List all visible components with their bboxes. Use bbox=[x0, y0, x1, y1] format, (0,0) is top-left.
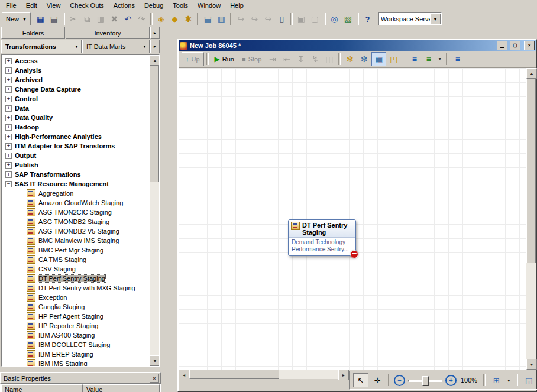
tree-expander-icon[interactable]: + bbox=[5, 58, 12, 64]
tree-item[interactable]: + Control bbox=[2, 94, 150, 103]
tree-item[interactable]: + SAP Transformations bbox=[2, 170, 150, 179]
tree-expander-icon[interactable]: + bbox=[5, 77, 12, 83]
undo-checkout-icon[interactable]: ✱ bbox=[182, 12, 195, 25]
tree-item[interactable]: IBM AS400 Staging bbox=[2, 331, 150, 340]
tree-item[interactable]: + Archived bbox=[2, 75, 150, 85]
horizontal-splitter[interactable] bbox=[0, 368, 161, 372]
tree-item[interactable]: Exception bbox=[2, 293, 150, 302]
run-button[interactable]: ▶ Run bbox=[211, 53, 238, 66]
tree-item[interactable]: Ganglia Staging bbox=[2, 302, 150, 312]
menu-window[interactable]: Window bbox=[193, 1, 225, 10]
search-icon[interactable]: ◎ bbox=[328, 12, 341, 25]
tree-item[interactable]: − SAS IT Resource Management bbox=[2, 179, 150, 189]
tree-item[interactable]: CA TMS Staging bbox=[2, 255, 150, 264]
tree-item[interactable]: + Access bbox=[2, 56, 150, 66]
minimize-button[interactable]: ▁ bbox=[497, 41, 507, 50]
tree-item[interactable]: BMC Perf Mgr Staging bbox=[2, 245, 150, 255]
scroll-up-button[interactable]: ▲ bbox=[526, 68, 537, 79]
tab-folders[interactable]: Folders bbox=[1, 27, 65, 39]
tree-expander-icon[interactable]: + bbox=[5, 153, 12, 159]
menu-edit[interactable]: Edit bbox=[21, 1, 42, 10]
tab-dropdown-icon[interactable]: ▾ bbox=[72, 40, 81, 53]
tree-item[interactable]: ASG TMON2CIC Staging bbox=[2, 208, 150, 217]
tab-inventory[interactable]: Inventory bbox=[66, 27, 150, 39]
view-options-dropdown[interactable]: ▾ bbox=[436, 53, 444, 66]
tree-item[interactable]: + Hadoop bbox=[2, 122, 150, 132]
job-window-titlebar[interactable]: New Job 86045 * ▁ ▢ × bbox=[179, 40, 536, 51]
tree-item[interactable]: + Analysis bbox=[2, 66, 150, 75]
print-icon[interactable]: ▤ bbox=[47, 12, 61, 25]
scrollbar-thumb[interactable] bbox=[526, 79, 536, 263]
menu-view[interactable]: View bbox=[42, 1, 66, 10]
reverse-impact-icon[interactable]: ▥ bbox=[215, 12, 228, 25]
paste-icon[interactable]: ▥ bbox=[94, 12, 108, 25]
job-properties-icon[interactable]: ✼ bbox=[357, 53, 371, 66]
new-dropdown-icon[interactable]: ▼ bbox=[22, 17, 27, 21]
tree-item[interactable]: HP Reporter Staging bbox=[2, 321, 150, 331]
overview-button[interactable]: ◱ bbox=[522, 374, 536, 387]
copy-icon[interactable]: ⧉ bbox=[80, 12, 94, 25]
tab-transformations[interactable]: Transformations ▾ bbox=[1, 40, 82, 53]
tree-expander-icon[interactable]: + bbox=[5, 171, 12, 178]
save-icon[interactable]: ▦ bbox=[34, 12, 47, 25]
tree-expander-icon[interactable]: + bbox=[5, 67, 12, 74]
tree-expander-icon[interactable]: + bbox=[5, 162, 12, 169]
copy-to-folder-icon[interactable]: ↪ bbox=[234, 12, 248, 25]
tree-item[interactable]: + Output bbox=[2, 151, 150, 160]
cut-icon[interactable]: ✂ bbox=[67, 12, 80, 25]
tree-vertical-scrollbar[interactable]: ▲ ▼ bbox=[150, 55, 159, 366]
tree-item[interactable]: IBM IMS Staging bbox=[2, 359, 150, 366]
tree-item[interactable]: BMC Mainview IMS Staging bbox=[2, 236, 150, 245]
cascade-windows-icon[interactable]: ▣ bbox=[295, 12, 308, 25]
scrollbar-track[interactable] bbox=[150, 182, 159, 355]
tree-item[interactable]: Aggregation bbox=[2, 189, 150, 198]
tree-item[interactable]: + Data Quality bbox=[2, 113, 150, 122]
tree-expander-icon[interactable]: + bbox=[5, 134, 12, 140]
job-node-dt-perf-sentry-staging[interactable]: DT Perf Sentry Staging Demand Technology… bbox=[288, 219, 356, 256]
menu-file[interactable]: File bbox=[1, 1, 21, 10]
tree-expander-icon[interactable]: + bbox=[5, 96, 12, 102]
tree-item[interactable]: + Change Data Capture bbox=[2, 85, 150, 94]
log-list-icon[interactable]: ≡ bbox=[451, 53, 464, 66]
pan-tool-button[interactable]: ✛ bbox=[370, 374, 384, 387]
canvas-vertical-scrollbar[interactable]: ▲ ▼ bbox=[526, 68, 536, 370]
zoom-slider-thumb[interactable] bbox=[422, 376, 429, 386]
server-combobox[interactable]: Workspace Server ▼ bbox=[378, 12, 442, 25]
scrollbar-track[interactable] bbox=[526, 263, 536, 359]
tree-expander-icon[interactable]: − bbox=[5, 181, 12, 187]
scroll-down-button[interactable]: ▼ bbox=[150, 355, 160, 366]
menu-actions[interactable]: Actions bbox=[109, 1, 140, 10]
report-icon[interactable]: ▧ bbox=[341, 12, 355, 25]
scrollbar-thumb[interactable] bbox=[189, 370, 279, 379]
step-icon[interactable]: ↧ bbox=[294, 53, 308, 66]
tree-item[interactable]: + Publish bbox=[2, 160, 150, 170]
menu-help[interactable]: Help bbox=[225, 1, 248, 10]
server-combobox-dropdown-icon[interactable]: ▼ bbox=[430, 14, 441, 24]
tree-item[interactable]: ASG TMONDB2 V5 Staging bbox=[2, 226, 150, 236]
tree-expander-icon[interactable]: + bbox=[5, 105, 12, 112]
scroll-down-button[interactable]: ▼ bbox=[526, 359, 537, 370]
tree-item-dt-perf-sentry-staging[interactable]: DT Perf Sentry Staging bbox=[2, 274, 150, 283]
scrollbar-thumb[interactable] bbox=[150, 66, 159, 182]
properties-column-header[interactable]: Name bbox=[1, 384, 83, 392]
report-view-icon[interactable]: ≡ bbox=[422, 53, 435, 66]
redo-icon[interactable]: ↷ bbox=[135, 12, 148, 25]
help-icon[interactable]: ? bbox=[361, 12, 374, 25]
delete-icon[interactable]: ✖ bbox=[108, 12, 121, 25]
tree-item[interactable]: + Data bbox=[2, 103, 150, 113]
tab-scroll-right-button[interactable]: ► bbox=[150, 27, 160, 39]
checkin-icon[interactable]: ◆ bbox=[168, 12, 182, 25]
run-from-selected-icon[interactable]: ⇤ bbox=[280, 53, 293, 66]
menu-check-outs[interactable]: Check Outs bbox=[65, 1, 108, 10]
prohibit-run-icon[interactable]: ◫ bbox=[322, 53, 336, 66]
new-folder-icon[interactable]: ◳ bbox=[387, 53, 400, 66]
scroll-right-button[interactable]: ► bbox=[338, 370, 349, 380]
close-button[interactable]: × bbox=[524, 41, 535, 50]
tree-item[interactable]: DT Perf Sentry with MXG Staging bbox=[2, 283, 150, 293]
properties-column-header[interactable]: Value bbox=[83, 384, 160, 392]
scroll-up-button[interactable]: ▲ bbox=[150, 55, 160, 66]
tree-expander-icon[interactable]: + bbox=[5, 143, 12, 150]
tree-item[interactable]: CSV Staging bbox=[2, 264, 150, 274]
menu-tools[interactable]: Tools bbox=[168, 1, 193, 10]
checkout-icon[interactable]: ◈ bbox=[154, 12, 168, 25]
